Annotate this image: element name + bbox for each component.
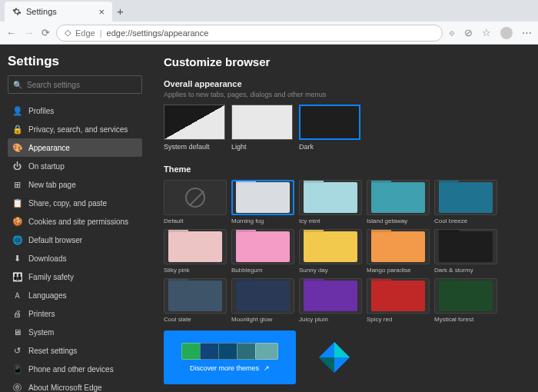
back-button[interactable]: ← — [6, 27, 16, 38]
sidebar-item-label: New tab page — [28, 181, 76, 189]
theme-cool-slate[interactable]: Cool slate — [164, 278, 227, 323]
sidebar-icon: 🌐 — [12, 235, 22, 245]
appearance-sub: Applies to new tabs, pages, dialogs and … — [164, 91, 524, 98]
search-settings[interactable]: 🔍 Search settings — [8, 75, 142, 94]
disabled-icon — [185, 188, 205, 208]
sidebar-item-on-startup[interactable]: ⏻On startup — [8, 157, 142, 175]
discover-label: Discover more themes — [190, 364, 259, 372]
sidebar-icon: 👪 — [12, 272, 22, 282]
theme-dark-stormy[interactable]: Dark & stormy — [434, 229, 497, 274]
theme-label: Sunny day — [299, 267, 362, 274]
card-label: Light — [231, 143, 293, 151]
favorites-icon[interactable]: ☆ — [482, 27, 491, 38]
sidebar-item-new-tab-page[interactable]: ⊞New tab page — [8, 175, 142, 194]
forward-button[interactable]: → — [24, 27, 34, 38]
toolbar: ← → ⟳ ◇ Edge | edge://settings/appearanc… — [0, 22, 538, 45]
sidebar-item-label: Downloads — [28, 254, 66, 263]
tab-settings[interactable]: Settings × — [5, 2, 112, 22]
tab-strip: Settings × + — [0, 0, 538, 22]
theme-label: Default — [164, 218, 227, 224]
theme-icy-mint[interactable]: Icy mint — [299, 180, 362, 224]
svg-marker-1 — [334, 342, 350, 357]
theme-label: Moonlight glow — [231, 316, 294, 323]
sidebar-item-about-microsoft-edge[interactable]: ⓔAbout Microsoft Edge — [8, 378, 142, 392]
address-url: edge://settings/appearance — [107, 28, 209, 38]
sidebar-item-privacy-search-and-services[interactable]: 🔒Privacy, search, and services — [8, 120, 142, 138]
theme-label: Mystical forest — [434, 316, 497, 323]
sidebar-item-downloads[interactable]: ⬇Downloads — [8, 249, 142, 267]
menu-icon[interactable]: ⋯ — [522, 27, 532, 38]
theme-label: Bubblegum — [231, 267, 294, 274]
sidebar-item-share-copy-and-paste[interactable]: 📋Share, copy, and paste — [8, 194, 142, 212]
folder-icon — [168, 231, 222, 262]
theme-label: Icy mint — [299, 218, 362, 224]
folder-icon — [371, 281, 425, 311]
folder-icon — [439, 182, 493, 213]
theme-mango-paradise[interactable]: Mango paradise — [367, 229, 430, 274]
theme-morning-fog[interactable]: Morning fog — [231, 180, 294, 224]
appearance-option-light[interactable]: Light — [231, 105, 293, 151]
theme-label: Cool slate — [164, 316, 227, 323]
edge-logo-icon — [319, 342, 350, 373]
sidebar-item-profiles[interactable]: 👤Profiles — [8, 101, 142, 120]
address-source: Edge — [75, 28, 95, 38]
discover-themes-card[interactable]: Discover more themes ↗ — [164, 331, 296, 384]
close-icon[interactable]: × — [98, 6, 105, 18]
tab-title: Settings — [26, 7, 57, 16]
theme-label: Dark & stormy — [434, 267, 497, 274]
theme-juicy-plum[interactable]: Juicy plum — [299, 278, 362, 323]
theme-mystical-forest[interactable]: Mystical forest — [434, 278, 497, 323]
sidebar-item-family-safety[interactable]: 👪Family safety — [8, 267, 142, 286]
sidebar-item-printers[interactable]: 🖨Printers — [8, 304, 142, 323]
sidebar-item-cookies-and-site-permissions[interactable]: 🍪Cookies and site permissions — [8, 212, 142, 231]
folder-icon — [304, 182, 357, 213]
sidebar-item-label: Default browser — [28, 236, 82, 244]
theme-bubblegum[interactable]: Bubblegum — [231, 229, 294, 274]
search-placeholder: Search settings — [27, 81, 80, 89]
theme-spicy-red[interactable]: Spicy red — [367, 278, 430, 323]
theme-sunny-day[interactable]: Sunny day — [299, 229, 362, 274]
theme-default[interactable]: Default — [164, 180, 227, 224]
sidebar-icon: ⊞ — [12, 180, 22, 190]
sync-icon[interactable]: ⊘ — [464, 27, 473, 38]
main-panel: Customize browser Overall appearance App… — [150, 45, 538, 392]
sidebar-icon: 📱 — [12, 364, 22, 374]
sidebar-item-default-browser[interactable]: 🌐Default browser — [8, 231, 142, 249]
sidebar-item-phone-and-other-devices[interactable]: 📱Phone and other devices — [8, 360, 142, 378]
theme-silky-pink[interactable]: Silky pink — [164, 229, 227, 274]
sidebar-item-system[interactable]: 🖥System — [8, 323, 142, 341]
card-label: System default — [164, 143, 225, 151]
sidebar-icon: 🖨 — [12, 309, 22, 319]
sidebar-item-label: Profiles — [28, 107, 54, 115]
sidebar-item-label: Family safety — [28, 273, 74, 281]
folder-icon — [304, 281, 357, 311]
sidebar-item-reset-settings[interactable]: ↺Reset settings — [8, 341, 142, 360]
folder-icon — [236, 182, 290, 213]
folder-icon — [439, 231, 493, 262]
sidebar-heading: Settings — [8, 54, 142, 69]
sidebar: Settings 🔍 Search settings 👤Profiles🔒Pri… — [0, 45, 150, 392]
theme-cool-breeze[interactable]: Cool breeze — [434, 180, 497, 224]
sidebar-item-label: About Microsoft Edge — [28, 384, 102, 392]
sidebar-item-languages[interactable]: ＡLanguages — [8, 286, 142, 304]
theme-island-getaway[interactable]: Island getaway — [367, 180, 430, 224]
sidebar-icon: ⬇ — [12, 254, 22, 264]
sidebar-item-label: Appearance — [28, 144, 70, 152]
sidebar-icon: ⏻ — [12, 161, 22, 171]
folder-icon — [371, 231, 425, 262]
folder-icon — [236, 231, 290, 262]
new-tab-button[interactable]: + — [117, 5, 124, 18]
profile-avatar[interactable] — [500, 27, 513, 39]
appearance-option-dark[interactable]: Dark — [299, 105, 360, 151]
theme-label: Cool breeze — [434, 218, 497, 224]
refresh-button[interactable]: ⟳ — [42, 27, 50, 38]
appearance-option-system-default[interactable]: System default — [164, 105, 225, 151]
address-bar[interactable]: ◇ Edge | edge://settings/appearance — [56, 25, 443, 42]
svg-marker-2 — [319, 357, 334, 373]
theme-moonlight-glow[interactable]: Moonlight glow — [231, 278, 294, 323]
sidebar-item-appearance[interactable]: 🎨Appearance — [8, 138, 142, 157]
page-title: Customize browser — [164, 55, 524, 68]
folder-icon — [439, 281, 493, 311]
read-aloud-icon[interactable]: ⟐ — [449, 27, 455, 38]
theme-label: Mango paradise — [367, 267, 430, 274]
